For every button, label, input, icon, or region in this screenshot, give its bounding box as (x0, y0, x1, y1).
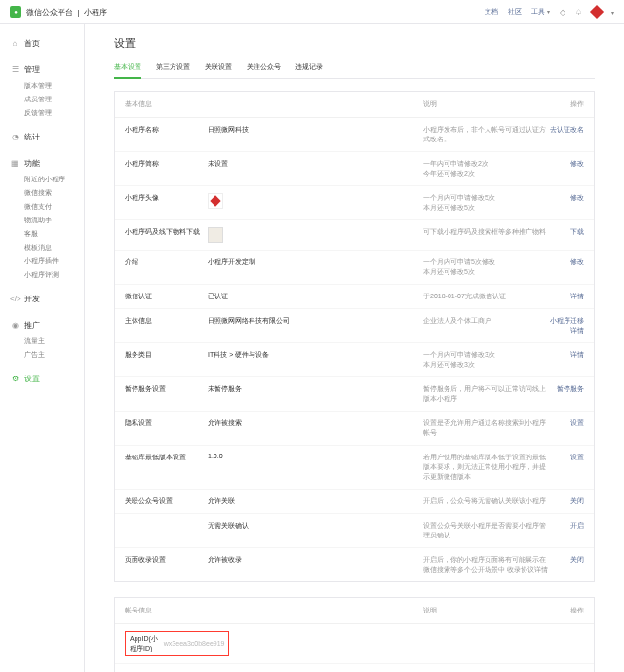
action-link[interactable]: 下载 (550, 227, 584, 237)
user-menu-arrow[interactable]: ▾ (611, 9, 614, 16)
action-link[interactable]: 关闭 (550, 496, 584, 506)
row-value: 允许被收录 (208, 555, 423, 565)
nav-pay[interactable]: 微信支付 (24, 200, 84, 214)
nav-advertiser[interactable]: 广告主 (24, 348, 84, 362)
nav-review[interactable]: 小程序评测 (24, 268, 84, 282)
dev-icon: </> (10, 295, 20, 303)
action-link[interactable]: 开启 (550, 521, 584, 531)
row-desc: 小程序发布后，非个人帐号可通过认证方式改名。 (423, 125, 550, 144)
col-action2: 操作 (550, 606, 584, 615)
manage-icon: ☰ (10, 65, 20, 74)
row-label: 基础库最低版本设置 (125, 453, 208, 462)
action-link[interactable]: 关闭 (550, 555, 584, 565)
tab-relate[interactable]: 关联设置 (205, 59, 232, 78)
row-action: 修改 (550, 193, 584, 203)
action-link[interactable]: 详情 (550, 350, 584, 360)
settings-icon: ⚙ (10, 375, 20, 383)
bell-icon[interactable]: ◇ (560, 8, 566, 17)
row-desc: 一年内可申请修改2次今年还可修改2次 (423, 159, 550, 178)
nav-plugin[interactable]: 小程序插件 (24, 255, 84, 268)
nav-search[interactable]: 微信搜索 (24, 186, 84, 200)
nav-home[interactable]: ⌂首页 (0, 34, 84, 53)
features-icon: ▦ (10, 159, 20, 168)
row-action: 修改 (550, 257, 584, 267)
nav-logistics[interactable]: 物流助手 (24, 214, 84, 227)
row-desc: 设置是否允许用户通过名称搜索到小程序帐号 (423, 418, 550, 438)
action-link[interactable]: 去认证改名 (550, 125, 584, 135)
row-action: 下载 (550, 227, 584, 237)
action-link[interactable]: 详情 (570, 326, 584, 336)
row-desc: 一个月内可申请修改3次本月还可修改3次 (423, 350, 550, 370)
nav-features[interactable]: ▦功能 (0, 154, 84, 173)
col-basic-info: 基本信息 (125, 99, 208, 109)
info-row: 无需关联确认设置公众号关联小程序是否需要小程序管理员确认开启 (115, 514, 594, 548)
info-row: 页面收录设置允许被收录开启后，你的小程序页面将有可能展示在微信搜索等多个公开场景… (115, 548, 594, 581)
tab-follow[interactable]: 关注公众号 (247, 59, 281, 78)
app-avatar (208, 193, 223, 209)
home-icon: ⌂ (10, 39, 20, 48)
row-label: 关联公众号设置 (125, 496, 208, 506)
row-desc: 于2018-01-07完成微信认证 (423, 292, 550, 301)
user-avatar[interactable] (590, 5, 604, 19)
tab-violation[interactable]: 违规记录 (295, 59, 323, 78)
row-value: 允许被搜索 (208, 418, 423, 428)
row-value: 未暂停服务 (208, 384, 423, 394)
action-link[interactable]: 设置 (550, 453, 584, 462)
row-label: 介绍 (125, 257, 208, 267)
row-label: 小程序简称 (125, 159, 208, 169)
info-row: 基础库最低版本设置1.0.0若用户使用的基础库版本低于设置的最低版本要求，则无法… (115, 446, 594, 490)
row-label: 小程序名称 (125, 125, 208, 135)
nav-tools[interactable]: 工具 ▾ (531, 7, 550, 17)
nav-settings[interactable]: ⚙设置 (0, 370, 84, 388)
nav-docs[interactable]: 文档 (485, 7, 498, 17)
action-link[interactable]: 修改 (550, 257, 584, 267)
row-action: 开启 (550, 521, 584, 531)
info-row: 介绍小程序开发定制一个月内可申请5次修改本月还可修改5次修改 (115, 251, 594, 285)
nav-feedback-manage[interactable]: 反馈管理 (24, 106, 84, 120)
nav-member-manage[interactable]: 成员管理 (24, 93, 84, 106)
action-link[interactable]: 暂停服务 (550, 384, 584, 394)
info-row: 隐私设置允许被搜索设置是否允许用户通过名称搜索到小程序帐号设置 (115, 412, 594, 446)
row-action: 小程序迁移详情 (550, 316, 584, 336)
nav-dev[interactable]: </>开发 (0, 290, 84, 308)
nav-nearby[interactable]: 附近的小程序 (24, 173, 84, 186)
nav-manage[interactable]: ☰管理 (0, 60, 84, 79)
row-action: 详情 (550, 292, 584, 301)
row-action: 修改 (550, 159, 584, 169)
row-label: AppID(小程序ID)wx3eea3c0b8ee919 (125, 631, 208, 656)
row-desc: 开启后，你的小程序页面将有可能展示在微信搜索等多个公开场景中 收录协议详情 (423, 555, 550, 574)
qr-code-icon (208, 227, 223, 243)
row-value: 日照微网科技 (208, 125, 423, 135)
row-action: 设置 (550, 418, 584, 428)
platform-title: 微信公众平台 | 小程序 (26, 7, 107, 18)
nav-stats[interactable]: ◔统计 (0, 128, 84, 146)
account-info-card: 帐号信息 说明 操作 AppID(小程序ID)wx3eea3c0b8ee919登… (114, 597, 595, 672)
row-desc: 可下载小程序码及搜索框等多种推广物料 (423, 227, 550, 237)
info-row: 主体信息日照微网网络科技有限公司企业法人及个体工商户小程序迁移详情 (115, 309, 594, 343)
action-link[interactable]: 修改 (550, 193, 584, 203)
action-link[interactable]: 设置 (550, 418, 584, 428)
tab-basic[interactable]: 基本设置 (114, 59, 141, 78)
nav-community[interactable]: 社区 (508, 7, 522, 17)
row-action: 设置 (550, 453, 584, 462)
nav-promo[interactable]: ◉推广 (0, 316, 84, 335)
notification-icon[interactable]: ♤ (575, 8, 582, 17)
nav-template[interactable]: 模板消息 (24, 241, 84, 255)
row-action: 暂停服务 (550, 384, 584, 394)
tab-third[interactable]: 第三方设置 (156, 59, 190, 78)
action-link[interactable]: 修改 (550, 159, 584, 169)
row-action: 关闭 (550, 555, 584, 565)
row-label: 主体信息 (125, 316, 208, 326)
nav-version-manage[interactable]: 版本管理 (24, 79, 84, 93)
action-link[interactable]: 小程序迁移 (550, 316, 584, 326)
row-desc: 开启后，公众号将无需确认关联该小程序 (423, 496, 550, 506)
col-desc2: 说明 (423, 606, 550, 615)
row-label: 微信认证 (125, 292, 208, 301)
row-value: IT科技 > 硬件与设备 (208, 350, 423, 360)
nav-service[interactable]: 客服 (24, 227, 84, 241)
row-desc: 暂停服务后，用户将不可以正常访问线上版本小程序 (423, 384, 550, 404)
action-link[interactable]: 详情 (550, 292, 584, 301)
row-value: 无需关联确认 (208, 521, 423, 531)
row-value: 1.0.0 (208, 453, 423, 459)
nav-traffic[interactable]: 流量主 (24, 335, 84, 348)
